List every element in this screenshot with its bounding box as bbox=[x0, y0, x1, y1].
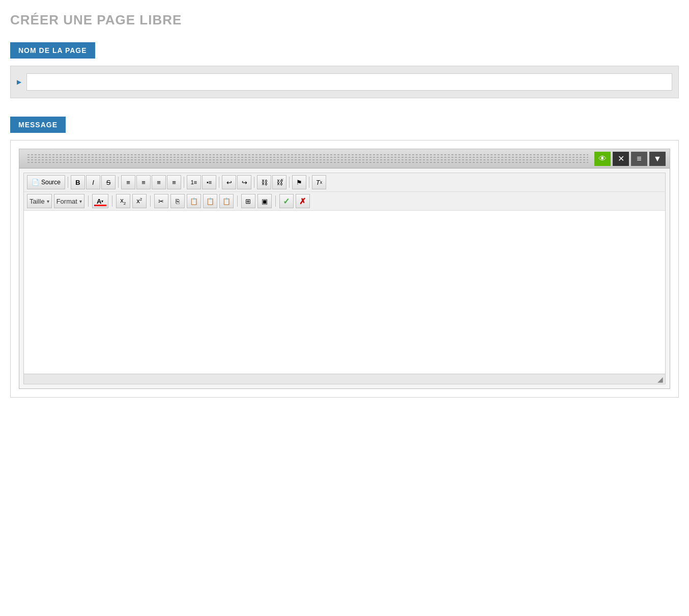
field-arrow-icon: ▶ bbox=[17, 78, 21, 86]
close-icon: ✕ bbox=[618, 154, 624, 163]
divider1 bbox=[68, 177, 68, 188]
align-center-icon: ≡ bbox=[141, 179, 146, 186]
eye-icon: 👁 bbox=[598, 154, 607, 163]
copy-button[interactable]: ⎘ bbox=[170, 194, 185, 208]
italic-button[interactable]: I bbox=[86, 175, 100, 189]
close-button[interactable]: ✕ bbox=[613, 152, 629, 166]
divider2 bbox=[118, 177, 119, 188]
size-select-label: Taille bbox=[30, 198, 45, 205]
down-button[interactable]: ▼ bbox=[649, 152, 666, 166]
special-button[interactable]: ▣ bbox=[257, 194, 272, 208]
cancel-button[interactable]: ✗ bbox=[296, 194, 310, 208]
redo-icon: ↪ bbox=[242, 179, 247, 186]
divider8 bbox=[88, 195, 89, 207]
paste-text-button[interactable]: 📋 bbox=[203, 194, 217, 208]
format-select[interactable]: Format ▾ bbox=[54, 194, 84, 208]
align-left-icon: ≡ bbox=[126, 179, 130, 186]
ordered-list-button[interactable]: 1≡ bbox=[187, 175, 201, 189]
divider9 bbox=[112, 195, 112, 207]
redo-button[interactable]: ↪ bbox=[237, 175, 251, 189]
copy-icon: ⎘ bbox=[176, 198, 180, 205]
paste-button[interactable]: 📋 bbox=[187, 194, 201, 208]
unordered-list-icon: •≡ bbox=[207, 179, 212, 185]
clear-format-icon: T bbox=[316, 179, 320, 186]
message-section: MESSAGE 👁 ✕ ≡ bbox=[10, 117, 679, 398]
align-justify-icon: ≡ bbox=[172, 179, 176, 186]
editor-topbar: 👁 ✕ ≡ ▼ bbox=[19, 149, 670, 169]
editor-resize-bar: ◢ bbox=[24, 374, 665, 384]
cancel-icon: ✗ bbox=[299, 197, 306, 206]
editor-inner: 📄 Source B I S ≡ bbox=[23, 173, 666, 384]
source-icon: 📄 bbox=[32, 179, 39, 186]
check-icon: ✓ bbox=[283, 197, 290, 206]
subscript-icon: x2 bbox=[120, 197, 126, 206]
unlink-icon: ⛓✕ bbox=[276, 179, 283, 186]
table-icon: ⊞ bbox=[245, 198, 251, 205]
align-right-button[interactable]: ≡ bbox=[152, 175, 166, 189]
editor-outer: 👁 ✕ ≡ ▼ 📄 Source bbox=[10, 140, 679, 398]
special-icon: ▣ bbox=[262, 198, 268, 205]
source-button[interactable]: 📄 Source bbox=[27, 175, 65, 189]
divider7 bbox=[309, 177, 309, 188]
source-label: Source bbox=[41, 179, 61, 186]
confirm-button[interactable]: ✓ bbox=[279, 194, 294, 208]
format-select-label: Format bbox=[56, 198, 77, 205]
menu-button[interactable]: ≡ bbox=[631, 152, 647, 166]
divider6 bbox=[289, 177, 290, 188]
divider4 bbox=[219, 177, 219, 188]
toolbar-row2: Taille ▾ Format ▾ A ▾ bbox=[24, 192, 665, 211]
table-button[interactable]: ⊞ bbox=[241, 194, 255, 208]
unordered-list-button[interactable]: •≡ bbox=[202, 175, 216, 189]
strikethrough-icon: S bbox=[106, 179, 111, 186]
size-select[interactable]: Taille ▾ bbox=[27, 194, 52, 208]
font-color-button[interactable]: A ▾ bbox=[92, 194, 108, 208]
message-section-label: MESSAGE bbox=[10, 117, 66, 133]
toolbar-row1: 📄 Source B I S ≡ bbox=[24, 173, 665, 192]
paste-word-button[interactable]: 📋 bbox=[219, 194, 234, 208]
flag-button[interactable]: ⚑ bbox=[292, 175, 306, 189]
bold-button[interactable]: B bbox=[71, 175, 85, 189]
menu-icon: ≡ bbox=[637, 154, 641, 163]
link-button[interactable]: ⛓ bbox=[257, 175, 271, 189]
down-arrow-icon: ▼ bbox=[653, 154, 662, 163]
color-bar bbox=[94, 205, 106, 206]
name-field-wrapper: ▶ bbox=[10, 66, 679, 98]
unlink-button[interactable]: ⛓✕ bbox=[272, 175, 286, 189]
align-center-button[interactable]: ≡ bbox=[136, 175, 151, 189]
color-dropdown-icon: ▾ bbox=[101, 199, 103, 204]
divider3 bbox=[184, 177, 184, 188]
divider10 bbox=[150, 195, 151, 207]
editor-content-area[interactable] bbox=[24, 211, 665, 374]
page-name-input[interactable] bbox=[26, 73, 672, 91]
subscript-button[interactable]: x2 bbox=[116, 194, 130, 208]
paste-text-icon: 📋 bbox=[206, 198, 214, 205]
preview-button[interactable]: 👁 bbox=[594, 152, 611, 166]
undo-icon: ↩ bbox=[226, 179, 232, 186]
paste-word-icon: 📋 bbox=[222, 198, 231, 205]
editor-container: 👁 ✕ ≡ ▼ 📄 Source bbox=[19, 149, 670, 389]
nom-section: NOM DE LA PAGE ▶ bbox=[10, 42, 679, 98]
undo-button[interactable]: ↩ bbox=[222, 175, 236, 189]
format-dropdown-arrow: ▾ bbox=[79, 199, 82, 204]
paste-icon: 📋 bbox=[190, 198, 198, 205]
resize-handle-icon[interactable]: ◢ bbox=[657, 375, 663, 383]
page-title: CRÉER UNE PAGE LIBRE bbox=[10, 12, 679, 28]
nom-section-label: NOM DE LA PAGE bbox=[10, 42, 95, 59]
font-color-label: A bbox=[97, 198, 101, 205]
strikethrough-button[interactable]: S bbox=[101, 175, 116, 189]
divider5 bbox=[254, 177, 254, 188]
cut-button[interactable]: ✂ bbox=[154, 194, 168, 208]
align-left-button[interactable]: ≡ bbox=[121, 175, 135, 189]
clear-format-button[interactable]: Tx bbox=[312, 175, 326, 189]
align-right-icon: ≡ bbox=[157, 179, 161, 186]
divider12 bbox=[275, 195, 276, 207]
link-icon: ⛓ bbox=[261, 179, 268, 186]
flag-icon: ⚑ bbox=[296, 179, 302, 186]
italic-icon: I bbox=[92, 179, 94, 186]
size-dropdown-arrow: ▾ bbox=[47, 199, 49, 204]
superscript-icon: x2 bbox=[136, 197, 142, 205]
ordered-list-icon: 1≡ bbox=[191, 179, 197, 185]
divider11 bbox=[237, 195, 238, 207]
align-justify-button[interactable]: ≡ bbox=[167, 175, 181, 189]
superscript-button[interactable]: x2 bbox=[132, 194, 147, 208]
